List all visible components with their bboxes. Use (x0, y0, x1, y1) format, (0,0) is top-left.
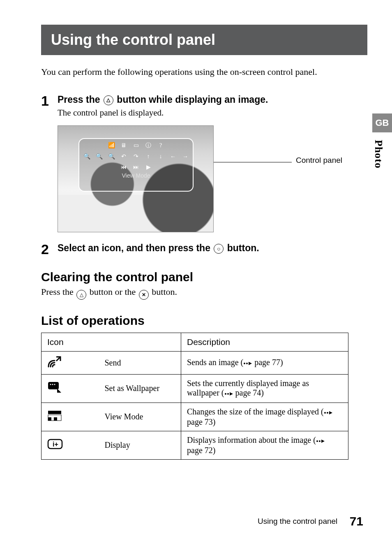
page-title: Using the control panel (41, 25, 367, 55)
rotate-right-icon: ↷ (132, 153, 140, 160)
circle-button-icon (214, 244, 224, 254)
page-footer: Using the control panel 71 (258, 514, 363, 528)
clearing-heading: Clearing the control panel (41, 270, 367, 284)
clearing-text: Press the button or the button. (41, 287, 367, 300)
svg-rect-8 (48, 411, 61, 414)
svg-point-7 (227, 393, 229, 395)
page-ref-icon (324, 408, 333, 417)
step-1-subtext: The control panel is displayed. (58, 108, 367, 118)
page-ref-icon (224, 389, 233, 398)
row-name: Send (99, 351, 181, 374)
wallpaper-icon (47, 381, 62, 393)
screenshot-figure: 📶 🖥 ▭ ⓘ ? 🔍 🔍 🔍 ↶ ↷ ↑ ↓ ← → (58, 125, 367, 232)
send-icon (47, 356, 61, 368)
svg-point-4 (52, 384, 53, 385)
send-icon: 📶 (107, 142, 115, 149)
page-ref-icon (316, 436, 325, 446)
callout-label: Control panel (296, 156, 342, 165)
zoom-reset-icon: 🔍 (107, 153, 115, 160)
display-info-icon: ⓘ (144, 142, 152, 149)
footer-label: Using the control panel (258, 517, 337, 525)
desc-after: page 72) (187, 446, 215, 455)
cross-button-icon (139, 290, 149, 300)
col-header-desc: Description (181, 333, 348, 351)
svg-point-17 (319, 440, 321, 442)
page-ref-icon (243, 359, 252, 368)
svg-point-16 (316, 440, 318, 442)
table-row: Send Sends an image ( page 77) (42, 351, 348, 374)
svg-rect-10 (54, 417, 57, 421)
side-tabs: GB Photo (372, 113, 392, 173)
overlay-label: View Mode (79, 172, 193, 179)
desc-before: Displays information about the image ( (187, 435, 316, 444)
table-row: View Mode Changes the size of the image … (42, 403, 348, 431)
step-number: 2 (41, 242, 58, 256)
control-panel-screenshot: 📶 🖥 ▭ ⓘ ? 🔍 🔍 🔍 ↶ ↷ ↑ ↓ ← → (58, 125, 214, 232)
svg-point-13 (327, 412, 328, 414)
svg-point-1 (246, 363, 248, 364)
step-2: 2 Select an icon, and then press the but… (41, 242, 367, 256)
tab-photo: Photo (372, 136, 385, 173)
svg-point-5 (54, 384, 55, 385)
tab-gb: GB (372, 113, 392, 132)
rotate-left-icon: ↶ (120, 153, 128, 160)
step-2-title: Select an icon, and then press the butto… (58, 242, 367, 255)
svg-point-0 (244, 363, 245, 364)
clearing-before: Press the (41, 287, 76, 297)
desc-after: page 77) (252, 358, 283, 367)
right-arrow-icon: → (181, 153, 189, 160)
help-icon: ? (157, 142, 165, 149)
clearing-after: button. (150, 287, 177, 297)
clearing-mid: button or the (87, 287, 138, 297)
svg-point-12 (324, 412, 326, 414)
svg-text:i+: i+ (53, 441, 58, 448)
desc-after: page 73) (187, 417, 215, 426)
operations-heading: List of operations (41, 314, 367, 328)
page-number: 71 (350, 514, 363, 528)
desc-after: page 74) (233, 388, 264, 397)
row-icon (42, 374, 99, 403)
step-1-title-before: Press the (58, 94, 103, 105)
intro-text: You can perform the following operations… (41, 67, 367, 77)
row-name: Display (99, 431, 181, 459)
down-arrow-icon: ↓ (157, 153, 165, 160)
row-desc: Changes the size of the image displayed … (181, 403, 348, 431)
desc-before: Sends an image ( (187, 358, 243, 367)
triangle-button-icon (104, 95, 113, 105)
wallpaper-icon: 🖥 (120, 142, 128, 149)
step-1: 1 Press the button while displaying an i… (41, 94, 367, 118)
control-panel-overlay: 📶 🖥 ▭ ⓘ ? 🔍 🔍 🔍 ↶ ↷ ↑ ↓ ← → (78, 138, 194, 192)
play-icon: ▶ (144, 164, 152, 171)
triangle-button-icon (76, 290, 86, 300)
desc-before: Changes the size of the image displayed … (187, 407, 324, 416)
row-icon: i+ (42, 431, 99, 459)
display-info-icon: i+ (47, 439, 63, 449)
step-number: 1 (41, 94, 58, 108)
operations-table: Icon Description Send Sends an image ( p… (41, 333, 348, 460)
svg-point-6 (225, 393, 226, 395)
table-row: Set as Wallpaper Sets the currently disp… (42, 374, 348, 403)
viewmode-icon (47, 410, 62, 421)
zoom-in-icon: 🔍 (95, 153, 103, 160)
up-arrow-icon: ↑ (144, 153, 152, 160)
next-icon: ⏭ (132, 164, 140, 171)
row-name: View Mode (99, 403, 181, 431)
prev-icon: ⏮ (120, 164, 128, 171)
table-row: i+ Display Displays information about th… (42, 431, 348, 459)
row-icon (42, 403, 99, 431)
step-2-title-before: Select an icon, and then press the (58, 243, 213, 253)
step-1-title-after: button while displaying an image. (114, 94, 268, 105)
svg-rect-9 (48, 417, 51, 421)
row-icon (42, 351, 99, 374)
viewmode-icon: ▭ (132, 142, 140, 149)
step-2-title-after: button. (224, 243, 259, 253)
leader-line (214, 162, 292, 162)
step-1-title: Press the button while displaying an ima… (58, 94, 367, 106)
left-arrow-icon: ← (169, 153, 177, 160)
row-name: Set as Wallpaper (99, 374, 181, 403)
svg-point-3 (50, 384, 51, 385)
row-desc: Displays information about the image ( p… (181, 431, 348, 459)
row-desc: Sets the currently displayed image as wa… (181, 374, 348, 403)
col-header-icon: Icon (42, 333, 181, 351)
row-desc: Sends an image ( page 77) (181, 351, 348, 374)
